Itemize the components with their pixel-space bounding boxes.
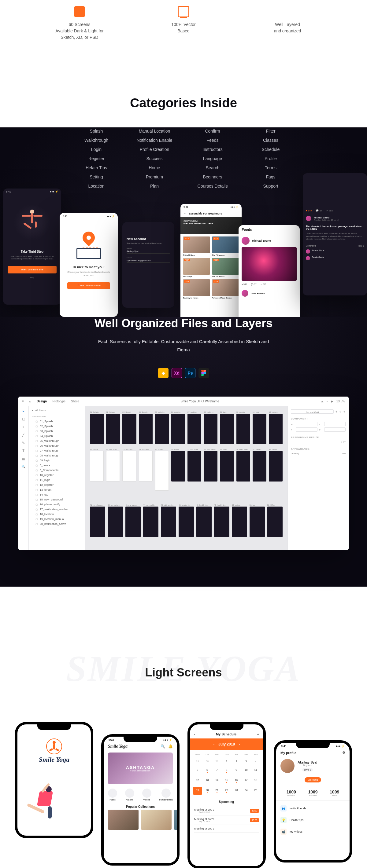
cloud-icon[interactable]: ☁ [320, 400, 323, 403]
artboard[interactable]: 27_my_profil... [188, 448, 201, 491]
layer-item[interactable]: 11_login [29, 477, 85, 483]
pen-tool-icon[interactable]: ✎ [21, 440, 26, 445]
calendar-day[interactable]: 13 [203, 777, 212, 784]
calendar-day[interactable]: 11 [251, 767, 260, 775]
event-item[interactable]: Meeting at Joo's [194, 825, 259, 833]
menu-item[interactable]: 💡Health Tips [276, 814, 349, 826]
calendar-day[interactable]: 14 [212, 777, 221, 784]
artboard[interactable]: 45_edit_profil... [161, 504, 176, 537]
tab-design[interactable]: Design [37, 400, 47, 403]
walkthrough-cta[interactable]: Yeah! one more time [8, 266, 57, 274]
text-tool-icon[interactable]: T [21, 448, 26, 453]
line-tool-icon[interactable]: ╱ [21, 433, 26, 437]
search-icon[interactable]: 🔍 [161, 744, 165, 748]
category-pill[interactable]: Fundamentals [159, 788, 173, 801]
artboard[interactable]: 11_login [253, 411, 266, 444]
calendar-day[interactable]: 15 [222, 777, 231, 784]
height-input[interactable] [296, 428, 317, 432]
calendar-day[interactable]: 21 [212, 787, 221, 795]
layer-item[interactable]: 10_register [29, 473, 85, 477]
category-pill[interactable]: Poses [108, 788, 117, 801]
layer-item[interactable]: 15_new_password [29, 497, 85, 502]
share-icon[interactable]: ↗ 293 [326, 209, 333, 212]
artboard[interactable]: 31_succes... [253, 448, 266, 491]
artboard[interactable]: 02_Splash [106, 411, 120, 444]
content-card[interactable]: YOGAAdvanced True Strong [212, 279, 239, 299]
rect-tool-icon[interactable]: ▢ [21, 417, 26, 421]
intersect-icon[interactable]: ⊗ [343, 410, 346, 413]
calendar-day[interactable]: 3 [242, 758, 251, 765]
calendar-day[interactable]: 18 [251, 777, 260, 784]
layer-item[interactable]: 02_Splash [29, 424, 85, 429]
calendar-day[interactable]: 25 [251, 787, 260, 795]
artboard[interactable]: 09_login [220, 411, 234, 444]
category-pill[interactable]: Aasan's [125, 788, 134, 801]
event-item[interactable]: Meeting at Joo'sJuly 22, 201913:30 [194, 815, 259, 825]
x-input[interactable] [324, 422, 346, 426]
layer-item[interactable]: 16_phone_verify [29, 502, 85, 507]
calendar-day[interactable]: 23 [232, 787, 241, 795]
collection-card[interactable] [141, 810, 172, 830]
artboard[interactable]: 04_Splash [139, 411, 152, 444]
toggle[interactable]: ◯━ [341, 440, 346, 443]
calendar-day[interactable]: 8 [222, 767, 231, 775]
artboard[interactable]: 24_Success... [139, 448, 152, 491]
layer-item[interactable]: 13_forget [29, 487, 85, 492]
dt-canvas[interactable]: 01_Splash02_Splash03_Splash04_Splash05_w… [85, 406, 287, 550]
layer-item[interactable]: 08_walkthrough [29, 453, 85, 458]
layer-item[interactable]: 07_walkthrough [29, 448, 85, 453]
category-pill[interactable]: Video's [142, 788, 151, 801]
artboard[interactable]: 22_my_sche... [106, 448, 120, 491]
avatar[interactable] [242, 290, 248, 297]
calendar-day[interactable]: 2 [232, 758, 241, 765]
artboard[interactable]: 49_health_ti... [214, 504, 229, 537]
add-icon[interactable]: + [257, 732, 259, 736]
artboard[interactable]: 51_faq [250, 504, 265, 537]
artboard[interactable]: 32_Select... [269, 448, 283, 491]
artboard[interactable]: 30_plan_selec... [236, 448, 250, 491]
calendar-day[interactable]: 6 [203, 767, 212, 775]
artboard-tool-icon[interactable]: ▦ [21, 457, 26, 461]
circle-tool-icon[interactable]: ○ [21, 425, 26, 429]
collection-card[interactable] [108, 810, 139, 830]
hero-banner[interactable]: ASHTANGA YOGA IMMERSION [108, 752, 173, 784]
layer-item[interactable]: 04_Splash [29, 434, 85, 438]
calendar-day[interactable]: 4 [251, 758, 260, 765]
artboard[interactable]: 26_home [171, 448, 185, 491]
artboard[interactable]: 28_plan_selec... [204, 448, 218, 491]
avatar[interactable] [306, 216, 311, 221]
layer-item[interactable]: 0_Components [29, 468, 85, 473]
layer-item[interactable]: 01_Splash [29, 419, 85, 424]
artboard[interactable]: 23_Success... [122, 448, 136, 491]
artboard[interactable]: 05_walkth... [155, 411, 169, 444]
premium-banner[interactable]: GO PREMIUMGET UNLIMITED ACCESS [180, 217, 242, 234]
calendar-day[interactable]: 10 [242, 767, 251, 775]
name-field[interactable]: Akshay Syal [126, 250, 170, 254]
calendar-day[interactable]: 9 [232, 767, 241, 775]
play-icon[interactable]: ▶ [331, 400, 333, 403]
layer-item[interactable]: 17_verification_number [29, 507, 85, 512]
layer-item[interactable]: 19_location_manual [29, 517, 85, 522]
layer-item[interactable]: 05_walkthrough [29, 438, 85, 443]
artboard[interactable]: 41_my_classes [90, 504, 105, 537]
edit-profile-button[interactable]: Edit Profile [305, 777, 321, 782]
content-card[interactable]: YOGAThe 7 Chakras [212, 237, 239, 256]
content-card[interactable]: YOGAThe 7 Chakras [212, 258, 239, 277]
tab-share[interactable]: Share [71, 400, 79, 403]
content-card[interactable]: YOGAJourney to Hands [183, 279, 210, 299]
gear-icon[interactable]: ⚙ [342, 751, 345, 755]
layer-item[interactable]: 18_location [29, 512, 85, 517]
artboard[interactable]: 06_walkth... [171, 411, 185, 444]
width-input[interactable] [296, 422, 317, 426]
feed-image[interactable] [242, 247, 297, 281]
calendar-day[interactable]: 16 [232, 777, 241, 784]
content-card[interactable]: YOGA558 Sculpt [183, 258, 210, 277]
artboard[interactable]: 50_setting [232, 504, 247, 537]
comment-icon[interactable]: 💬 37 [316, 209, 322, 212]
layer-item[interactable]: 20_notification_active [29, 522, 85, 526]
y-input[interactable] [324, 428, 346, 432]
layer-item[interactable]: 03_Splash [29, 429, 85, 434]
calendar-day[interactable]: 20 [203, 787, 212, 795]
artboard[interactable]: 46_health_ti... [178, 504, 194, 537]
artboard[interactable]: 29_offer [220, 448, 234, 491]
